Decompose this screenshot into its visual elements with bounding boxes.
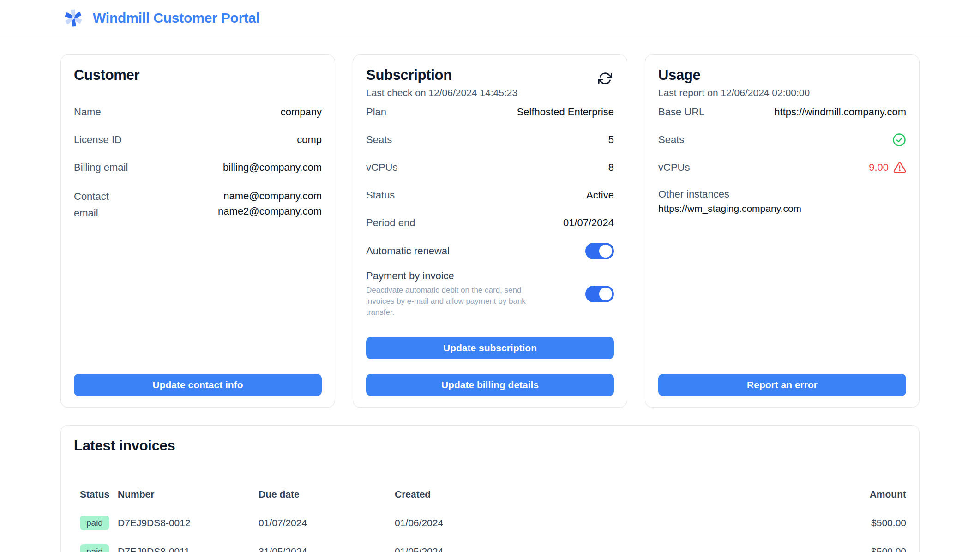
invoice-number: D7EJ9DS8-0011 — [118, 546, 259, 552]
billing-email-label: Billing email — [74, 162, 128, 174]
period-end-label: Period end — [366, 217, 415, 229]
other-instances-section: Other instances https://wm_staging.compa… — [658, 181, 906, 219]
license-id-value: comp — [297, 134, 322, 146]
usage-seats-status — [892, 133, 906, 147]
usage-last-report: Last report on 12/06/2024 02:00:00 — [658, 87, 810, 98]
invoice-amount: $500.00 — [805, 546, 906, 552]
invoice-created: 01/06/2024 — [395, 517, 805, 528]
billing-email-value: billing@company.com — [223, 162, 322, 174]
invoice-number: D7EJ9DS8-0012 — [118, 517, 259, 528]
update-billing-details-button[interactable]: Update billing details — [366, 374, 614, 396]
report-an-error-button[interactable]: Report an error — [658, 374, 906, 396]
subscription-card-title: Subscription — [366, 67, 517, 84]
payment-by-invoice-row: Payment by invoice Deactivate automatic … — [366, 265, 614, 322]
top-navigation-bar: Windmill Customer Portal — [0, 0, 980, 36]
update-contact-info-button[interactable]: Update contact info — [74, 374, 322, 396]
status-badge: paid — [80, 516, 109, 531]
usage-seats-row: Seats — [658, 126, 906, 154]
usage-vcpus-label: vCPUs — [658, 162, 690, 174]
status-label: Status — [366, 189, 395, 201]
period-end-row: Period end 01/07/2024 — [366, 209, 614, 237]
usage-vcpus-value: 9.00 — [869, 162, 889, 174]
contact-email-2: name2@company.com — [218, 205, 322, 217]
seats-label: Seats — [366, 134, 392, 146]
contact-email-values: name@company.com name2@company.com — [218, 188, 322, 219]
name-value: company — [281, 106, 322, 118]
license-id-label: License ID — [74, 134, 122, 146]
invoices-table-header: Status Number Due date Created Amount — [74, 480, 906, 509]
base-url-row: Base URL https://windmill.company.com — [658, 98, 906, 126]
period-end-value: 01/07/2024 — [563, 217, 614, 229]
seats-value: 5 — [608, 134, 614, 146]
payment-by-invoice-label: Payment by invoice — [366, 270, 551, 282]
update-subscription-button[interactable]: Update subscription — [366, 337, 614, 359]
contact-email-row: Contact email name@company.com name2@com… — [74, 181, 322, 228]
license-id-row: License ID comp — [74, 126, 322, 154]
usage-vcpus-row: vCPUs 9.00 — [658, 154, 906, 181]
invoice-due-date: 01/07/2024 — [259, 517, 395, 528]
subscription-last-check: Last check on 12/06/2024 14:45:23 — [366, 87, 517, 98]
base-url-label: Base URL — [658, 106, 704, 118]
column-number: Number — [118, 489, 259, 500]
invoice-due-date: 31/05/2024 — [259, 546, 395, 552]
column-created: Created — [395, 489, 805, 500]
name-label: Name — [74, 106, 101, 118]
status-row: Status Active — [366, 181, 614, 209]
plan-row: Plan Selfhosted Enterprise — [366, 98, 614, 126]
invoice-row: paid D7EJ9DS8-0011 31/05/2024 01/05/2024… — [74, 537, 906, 552]
main-content: Customer Name company License ID comp Bi… — [0, 36, 980, 552]
invoices-table: Status Number Due date Created Amount pa… — [74, 480, 906, 552]
vcpus-value: 8 — [608, 162, 614, 174]
billing-email-row: Billing email billing@company.com — [74, 154, 322, 181]
status-badge: paid — [80, 544, 109, 552]
status-value: Active — [586, 189, 614, 201]
payment-by-invoice-toggle[interactable] — [585, 286, 614, 302]
customer-name-row: Name company — [74, 98, 322, 126]
column-status: Status — [74, 489, 118, 500]
contact-email-label: Contact email — [74, 188, 129, 222]
seats-row: Seats 5 — [366, 126, 614, 154]
subscription-card: Subscription Last check on 12/06/2024 14… — [353, 54, 627, 408]
latest-invoices-title: Latest invoices — [74, 438, 906, 454]
plan-value: Selfhosted Enterprise — [517, 106, 614, 118]
warning-triangle-icon — [893, 161, 906, 174]
column-due-date: Due date — [259, 489, 395, 500]
invoice-amount: $500.00 — [805, 517, 906, 528]
refresh-icon[interactable] — [596, 70, 614, 87]
check-circle-icon — [892, 133, 906, 147]
invoice-created: 01/05/2024 — [395, 546, 805, 552]
latest-invoices-card: Latest invoices Status Number Due date C… — [60, 425, 920, 552]
vcpus-row: vCPUs 8 — [366, 154, 614, 181]
usage-vcpus-status: 9.00 — [869, 161, 906, 174]
usage-seats-label: Seats — [658, 134, 684, 146]
other-instances-label: Other instances — [658, 181, 906, 203]
column-amount: Amount — [805, 489, 906, 500]
automatic-renewal-label: Automatic renewal — [366, 245, 450, 257]
plan-label: Plan — [366, 106, 386, 118]
payment-by-invoice-description: Deactivate automatic debit on the card, … — [366, 285, 551, 318]
usage-card-title: Usage — [658, 67, 810, 84]
automatic-renewal-toggle[interactable] — [585, 243, 614, 259]
automatic-renewal-row: Automatic renewal — [366, 237, 614, 265]
usage-card: Usage Last report on 12/06/2024 02:00:00… — [645, 54, 920, 408]
other-instance-url: https://wm_staging.company.com — [658, 203, 906, 219]
contact-email-1: name@company.com — [223, 190, 322, 202]
windmill-logo — [61, 6, 85, 30]
vcpus-label: vCPUs — [366, 162, 397, 174]
invoice-row: paid D7EJ9DS8-0012 01/07/2024 01/06/2024… — [74, 509, 906, 537]
app-title: Windmill Customer Portal — [93, 10, 260, 26]
customer-card-title: Customer — [74, 67, 139, 84]
base-url-value: https://windmill.company.com — [774, 106, 906, 118]
customer-card: Customer Name company License ID comp Bi… — [60, 54, 335, 408]
